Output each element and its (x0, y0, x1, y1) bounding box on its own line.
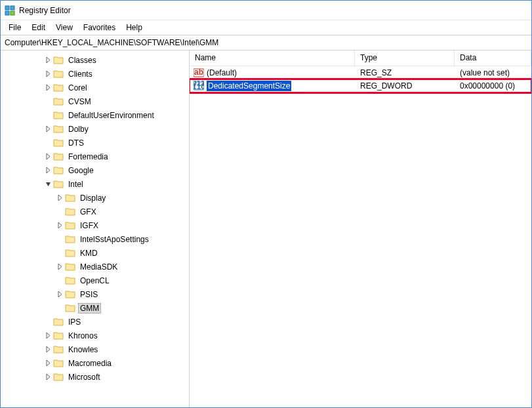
tree-item[interactable]: DTS (1, 136, 189, 150)
value-data: (value not set) (455, 68, 531, 78)
menu-help[interactable]: Help (121, 22, 148, 33)
value-data: 0x00000000 (0) (455, 81, 531, 91)
tree-item-label: Classes (66, 55, 98, 66)
folder-icon (53, 96, 64, 107)
folder-icon (53, 55, 64, 66)
chevron-right-icon[interactable] (54, 262, 65, 272)
col-header-data[interactable]: Data (455, 51, 531, 66)
value-type: REG_DWORD (355, 81, 455, 91)
tree-spacer (43, 96, 53, 107)
value-row[interactable]: ab(Default)REG_SZ(value not set) (190, 66, 531, 79)
chevron-right-icon[interactable] (43, 83, 53, 93)
tree-item[interactable]: Corel (1, 81, 189, 94)
chevron-right-icon[interactable] (43, 331, 53, 341)
address-path: Computer\HKEY_LOCAL_MACHINE\SOFTWARE\Int… (5, 38, 218, 47)
chevron-right-icon[interactable] (43, 358, 53, 369)
menu-view[interactable]: View (51, 22, 78, 33)
chevron-right-icon[interactable] (43, 372, 53, 382)
tree-item-label: IGFX (78, 220, 100, 231)
tree-item[interactable]: Display (1, 191, 189, 205)
folder-icon (53, 358, 64, 369)
chevron-right-icon[interactable] (43, 152, 53, 162)
tree-item[interactable]: KMD (1, 246, 189, 260)
folder-icon (53, 124, 64, 134)
tree-item-label: Corel (66, 83, 89, 93)
tree-item-label: Microsoft (66, 372, 102, 382)
chevron-right-icon[interactable] (43, 344, 53, 355)
svg-rect-1 (10, 6, 14, 10)
tree-item[interactable]: Macromedia (1, 356, 189, 370)
tree-item-label: OpenCL (78, 275, 112, 286)
tree-spacer (54, 207, 65, 217)
tree-item[interactable]: Microsoft (1, 370, 189, 384)
chevron-right-icon[interactable] (43, 165, 53, 176)
chevron-right-icon[interactable] (43, 55, 53, 66)
tree-spacer (43, 317, 53, 327)
folder-icon (53, 69, 64, 79)
tree-item[interactable]: DefaultUserEnvironment (1, 108, 189, 122)
col-header-name[interactable]: Name (190, 51, 355, 66)
tree-item-label: KMD (78, 248, 100, 258)
tree-item-label: CVSM (66, 96, 93, 107)
chevron-right-icon[interactable] (54, 289, 65, 300)
tree-spacer (54, 275, 65, 286)
col-header-type[interactable]: Type (355, 51, 455, 66)
folder-icon (53, 344, 64, 355)
tree-item-label: Clients (66, 69, 94, 79)
tree-item[interactable]: MediaSDK (1, 260, 189, 274)
menu-edit[interactable]: Edit (26, 22, 51, 33)
folder-icon (53, 165, 64, 176)
value-name-cell: 011110DedicatedSegmentSize (190, 80, 355, 92)
tree-item[interactable]: CVSM (1, 94, 189, 108)
tree-item[interactable]: IPS (1, 315, 189, 329)
folder-icon (65, 275, 75, 286)
tree-item-label: Intel (66, 179, 85, 190)
folder-icon (65, 234, 75, 245)
tree-item[interactable]: OpenCL (1, 274, 189, 287)
tree-pane[interactable]: ClassesClientsCorelCVSMDefaultUserEnviro… (1, 51, 190, 407)
titlebar[interactable]: Registry Editor (1, 1, 531, 20)
chevron-down-icon[interactable] (43, 179, 53, 190)
tree-item[interactable]: Google (1, 163, 189, 177)
tree-item-label: Macromedia (66, 358, 113, 369)
tree-item[interactable]: GMM (1, 301, 189, 315)
tree-item-label: GMM (78, 303, 101, 314)
chevron-right-icon[interactable] (54, 193, 65, 203)
tree-spacer (54, 303, 65, 314)
menubar: File Edit View Favorites Help (1, 20, 531, 35)
tree-item-label: Display (78, 193, 108, 203)
menu-favorites[interactable]: Favorites (78, 22, 121, 33)
tree-item-label: PSIS (78, 289, 100, 300)
tree-item[interactable]: Knowles (1, 342, 189, 356)
tree-item[interactable]: Intel (1, 177, 189, 191)
string-value-icon: ab (194, 68, 204, 78)
tree-item-label: Google (66, 165, 96, 176)
menu-file[interactable]: File (3, 22, 26, 33)
values-header: Name Type Data (190, 51, 531, 66)
value-row[interactable]: 011110DedicatedSegmentSizeREG_DWORD0x000… (190, 79, 531, 92)
tree-item[interactable]: Classes (1, 53, 189, 67)
folder-icon (53, 331, 64, 341)
tree-item[interactable]: IntelSstApoSettings (1, 232, 189, 246)
values-pane[interactable]: Name Type Data ab(Default)REG_SZ(value n… (190, 51, 531, 407)
value-name-cell: ab(Default) (190, 67, 355, 79)
tree-item[interactable]: Clients (1, 67, 189, 81)
svg-text:ab: ab (194, 68, 203, 77)
tree-item-label: Fortemedia (66, 152, 110, 162)
chevron-right-icon[interactable] (43, 124, 53, 134)
chevron-right-icon[interactable] (43, 69, 53, 79)
tree-item[interactable]: Khronos (1, 329, 189, 342)
folder-icon (53, 372, 64, 382)
tree-scroll[interactable]: ClassesClientsCorelCVSMDefaultUserEnviro… (1, 51, 189, 407)
tree-item-label: MediaSDK (78, 262, 119, 272)
tree-item-label: Dolby (66, 124, 91, 134)
chevron-right-icon[interactable] (54, 220, 65, 231)
tree-item[interactable]: IGFX (1, 218, 189, 232)
tree-item-label: IPS (66, 317, 83, 327)
values-body[interactable]: ab(Default)REG_SZ(value not set)011110De… (190, 66, 531, 407)
addressbar[interactable]: Computer\HKEY_LOCAL_MACHINE\SOFTWARE\Int… (1, 35, 531, 51)
tree-item[interactable]: PSIS (1, 287, 189, 301)
tree-item[interactable]: GFX (1, 205, 189, 218)
tree-item[interactable]: Fortemedia (1, 150, 189, 163)
tree-item[interactable]: Dolby (1, 122, 189, 136)
